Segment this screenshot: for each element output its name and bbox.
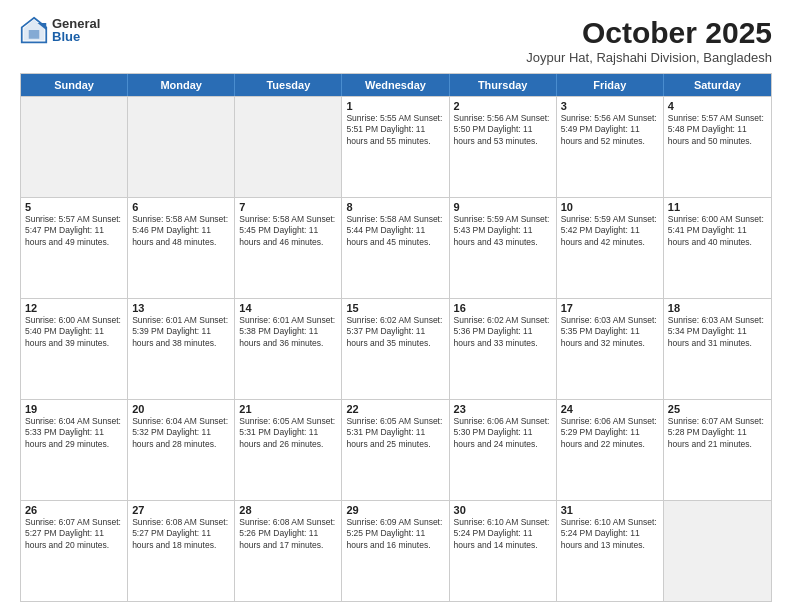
cell-content: Sunrise: 6:07 AM Sunset: 5:28 PM Dayligh… bbox=[668, 416, 767, 450]
cell-content: Sunrise: 6:08 AM Sunset: 5:26 PM Dayligh… bbox=[239, 517, 337, 551]
cell-content: Sunrise: 6:10 AM Sunset: 5:24 PM Dayligh… bbox=[561, 517, 659, 551]
cell-content: Sunrise: 6:05 AM Sunset: 5:31 PM Dayligh… bbox=[239, 416, 337, 450]
cal-cell: 19Sunrise: 6:04 AM Sunset: 5:33 PM Dayli… bbox=[21, 400, 128, 500]
cell-content: Sunrise: 6:00 AM Sunset: 5:41 PM Dayligh… bbox=[668, 214, 767, 248]
day-number: 3 bbox=[561, 100, 659, 112]
cal-cell: 3Sunrise: 5:56 AM Sunset: 5:49 PM Daylig… bbox=[557, 97, 664, 197]
logo-blue: Blue bbox=[52, 30, 100, 43]
cal-cell: 26Sunrise: 6:07 AM Sunset: 5:27 PM Dayli… bbox=[21, 501, 128, 601]
title-block: October 2025 Joypur Hat, Rajshahi Divisi… bbox=[526, 16, 772, 65]
calendar-body: 1Sunrise: 5:55 AM Sunset: 5:51 PM Daylig… bbox=[21, 96, 771, 601]
cal-cell: 6Sunrise: 5:58 AM Sunset: 5:46 PM Daylig… bbox=[128, 198, 235, 298]
cal-cell: 16Sunrise: 6:02 AM Sunset: 5:36 PM Dayli… bbox=[450, 299, 557, 399]
cal-cell bbox=[235, 97, 342, 197]
cell-content: Sunrise: 6:04 AM Sunset: 5:33 PM Dayligh… bbox=[25, 416, 123, 450]
cal-cell: 1Sunrise: 5:55 AM Sunset: 5:51 PM Daylig… bbox=[342, 97, 449, 197]
cal-cell: 25Sunrise: 6:07 AM Sunset: 5:28 PM Dayli… bbox=[664, 400, 771, 500]
week-row-3: 12Sunrise: 6:00 AM Sunset: 5:40 PM Dayli… bbox=[21, 298, 771, 399]
cell-content: Sunrise: 6:02 AM Sunset: 5:36 PM Dayligh… bbox=[454, 315, 552, 349]
day-number: 4 bbox=[668, 100, 767, 112]
day-number: 31 bbox=[561, 504, 659, 516]
week-row-2: 5Sunrise: 5:57 AM Sunset: 5:47 PM Daylig… bbox=[21, 197, 771, 298]
cal-cell: 13Sunrise: 6:01 AM Sunset: 5:39 PM Dayli… bbox=[128, 299, 235, 399]
cell-content: Sunrise: 5:58 AM Sunset: 5:46 PM Dayligh… bbox=[132, 214, 230, 248]
location-subtitle: Joypur Hat, Rajshahi Division, Banglades… bbox=[526, 50, 772, 65]
day-number: 21 bbox=[239, 403, 337, 415]
cal-cell: 28Sunrise: 6:08 AM Sunset: 5:26 PM Dayli… bbox=[235, 501, 342, 601]
cal-cell: 23Sunrise: 6:06 AM Sunset: 5:30 PM Dayli… bbox=[450, 400, 557, 500]
cell-content: Sunrise: 6:06 AM Sunset: 5:30 PM Dayligh… bbox=[454, 416, 552, 450]
cell-content: Sunrise: 6:01 AM Sunset: 5:39 PM Dayligh… bbox=[132, 315, 230, 349]
day-number: 20 bbox=[132, 403, 230, 415]
week-row-1: 1Sunrise: 5:55 AM Sunset: 5:51 PM Daylig… bbox=[21, 96, 771, 197]
cell-content: Sunrise: 5:56 AM Sunset: 5:50 PM Dayligh… bbox=[454, 113, 552, 147]
cell-content: Sunrise: 6:00 AM Sunset: 5:40 PM Dayligh… bbox=[25, 315, 123, 349]
day-number: 22 bbox=[346, 403, 444, 415]
cell-content: Sunrise: 5:56 AM Sunset: 5:49 PM Dayligh… bbox=[561, 113, 659, 147]
day-number: 12 bbox=[25, 302, 123, 314]
header-day-friday: Friday bbox=[557, 74, 664, 96]
cell-content: Sunrise: 6:09 AM Sunset: 5:25 PM Dayligh… bbox=[346, 517, 444, 551]
cal-cell: 27Sunrise: 6:08 AM Sunset: 5:27 PM Dayli… bbox=[128, 501, 235, 601]
cell-content: Sunrise: 6:10 AM Sunset: 5:24 PM Dayligh… bbox=[454, 517, 552, 551]
header-day-sunday: Sunday bbox=[21, 74, 128, 96]
calendar: SundayMondayTuesdayWednesdayThursdayFrid… bbox=[20, 73, 772, 602]
day-number: 10 bbox=[561, 201, 659, 213]
calendar-header: SundayMondayTuesdayWednesdayThursdayFrid… bbox=[21, 74, 771, 96]
day-number: 27 bbox=[132, 504, 230, 516]
svg-rect-4 bbox=[29, 30, 40, 39]
cell-content: Sunrise: 5:59 AM Sunset: 5:42 PM Dayligh… bbox=[561, 214, 659, 248]
cal-cell: 22Sunrise: 6:05 AM Sunset: 5:31 PM Dayli… bbox=[342, 400, 449, 500]
day-number: 29 bbox=[346, 504, 444, 516]
header-day-monday: Monday bbox=[128, 74, 235, 96]
cell-content: Sunrise: 5:58 AM Sunset: 5:45 PM Dayligh… bbox=[239, 214, 337, 248]
cell-content: Sunrise: 5:55 AM Sunset: 5:51 PM Dayligh… bbox=[346, 113, 444, 147]
logo-text: General Blue bbox=[52, 17, 100, 43]
logo: General Blue bbox=[20, 16, 100, 44]
cal-cell: 17Sunrise: 6:03 AM Sunset: 5:35 PM Dayli… bbox=[557, 299, 664, 399]
cal-cell: 7Sunrise: 5:58 AM Sunset: 5:45 PM Daylig… bbox=[235, 198, 342, 298]
cal-cell: 12Sunrise: 6:00 AM Sunset: 5:40 PM Dayli… bbox=[21, 299, 128, 399]
cal-cell: 20Sunrise: 6:04 AM Sunset: 5:32 PM Dayli… bbox=[128, 400, 235, 500]
day-number: 18 bbox=[668, 302, 767, 314]
day-number: 25 bbox=[668, 403, 767, 415]
cell-content: Sunrise: 6:03 AM Sunset: 5:34 PM Dayligh… bbox=[668, 315, 767, 349]
day-number: 26 bbox=[25, 504, 123, 516]
cal-cell: 8Sunrise: 5:58 AM Sunset: 5:44 PM Daylig… bbox=[342, 198, 449, 298]
cell-content: Sunrise: 6:02 AM Sunset: 5:37 PM Dayligh… bbox=[346, 315, 444, 349]
day-number: 1 bbox=[346, 100, 444, 112]
day-number: 19 bbox=[25, 403, 123, 415]
header-day-saturday: Saturday bbox=[664, 74, 771, 96]
day-number: 14 bbox=[239, 302, 337, 314]
cal-cell bbox=[128, 97, 235, 197]
logo-icon bbox=[20, 16, 48, 44]
cell-content: Sunrise: 6:01 AM Sunset: 5:38 PM Dayligh… bbox=[239, 315, 337, 349]
day-number: 7 bbox=[239, 201, 337, 213]
cal-cell: 29Sunrise: 6:09 AM Sunset: 5:25 PM Dayli… bbox=[342, 501, 449, 601]
cell-content: Sunrise: 5:57 AM Sunset: 5:47 PM Dayligh… bbox=[25, 214, 123, 248]
cell-content: Sunrise: 6:04 AM Sunset: 5:32 PM Dayligh… bbox=[132, 416, 230, 450]
cell-content: Sunrise: 5:58 AM Sunset: 5:44 PM Dayligh… bbox=[346, 214, 444, 248]
cal-cell: 31Sunrise: 6:10 AM Sunset: 5:24 PM Dayli… bbox=[557, 501, 664, 601]
day-number: 9 bbox=[454, 201, 552, 213]
day-number: 13 bbox=[132, 302, 230, 314]
page-header: General Blue October 2025 Joypur Hat, Ra… bbox=[20, 16, 772, 65]
cal-cell: 2Sunrise: 5:56 AM Sunset: 5:50 PM Daylig… bbox=[450, 97, 557, 197]
day-number: 15 bbox=[346, 302, 444, 314]
week-row-5: 26Sunrise: 6:07 AM Sunset: 5:27 PM Dayli… bbox=[21, 500, 771, 601]
cell-content: Sunrise: 6:05 AM Sunset: 5:31 PM Dayligh… bbox=[346, 416, 444, 450]
day-number: 6 bbox=[132, 201, 230, 213]
calendar-page: General Blue October 2025 Joypur Hat, Ra… bbox=[0, 0, 792, 612]
month-title: October 2025 bbox=[526, 16, 772, 50]
cal-cell: 21Sunrise: 6:05 AM Sunset: 5:31 PM Dayli… bbox=[235, 400, 342, 500]
cell-content: Sunrise: 6:07 AM Sunset: 5:27 PM Dayligh… bbox=[25, 517, 123, 551]
cal-cell: 15Sunrise: 6:02 AM Sunset: 5:37 PM Dayli… bbox=[342, 299, 449, 399]
cal-cell: 10Sunrise: 5:59 AM Sunset: 5:42 PM Dayli… bbox=[557, 198, 664, 298]
cal-cell: 14Sunrise: 6:01 AM Sunset: 5:38 PM Dayli… bbox=[235, 299, 342, 399]
cal-cell: 18Sunrise: 6:03 AM Sunset: 5:34 PM Dayli… bbox=[664, 299, 771, 399]
header-day-wednesday: Wednesday bbox=[342, 74, 449, 96]
cal-cell bbox=[664, 501, 771, 601]
day-number: 5 bbox=[25, 201, 123, 213]
cell-content: Sunrise: 5:59 AM Sunset: 5:43 PM Dayligh… bbox=[454, 214, 552, 248]
cal-cell: 4Sunrise: 5:57 AM Sunset: 5:48 PM Daylig… bbox=[664, 97, 771, 197]
